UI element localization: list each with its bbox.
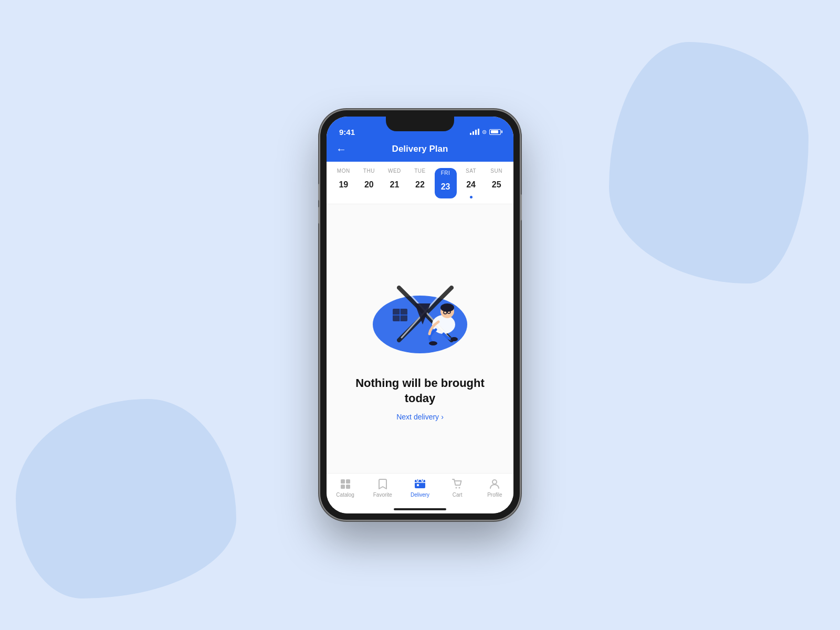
bg-decoration-blob-right [609,42,808,284]
signal-icon [470,129,479,135]
wifi-icon: ⊜ [482,129,487,135]
nav-item-catalog[interactable]: Catalog [331,478,360,498]
phone-screen: 9:41 ⊜ ← Delivery Plan MON [327,117,513,513]
svg-rect-18 [346,479,350,484]
power-button [520,194,522,220]
svg-rect-22 [417,479,418,481]
svg-rect-19 [341,485,345,489]
nav-item-profile[interactable]: Profile [480,478,509,498]
catalog-icon [339,478,352,490]
svg-rect-21 [415,480,425,488]
svg-point-26 [456,487,457,489]
calendar-day-sat[interactable]: SAT 24 [460,168,482,198]
header-title: Delivery Plan [392,144,448,154]
svg-point-8 [440,303,454,312]
calendar-day-sun[interactable]: SUN 25 [486,168,508,198]
next-delivery-link[interactable]: Next delivery › [396,413,444,421]
svg-point-12 [429,341,437,345]
profile-icon [488,478,501,490]
svg-point-13 [450,337,458,341]
svg-rect-23 [422,479,423,481]
status-time: 9:41 [339,128,355,136]
calendar-day-tue[interactable]: TUE 22 [409,168,431,198]
svg-point-28 [492,480,497,484]
calendar-day-wed[interactable]: WED 21 [383,168,405,198]
app-header: ← Delivery Plan [327,140,513,162]
svg-rect-20 [346,485,350,489]
empty-state-illustration [362,256,478,361]
nav-item-favorite[interactable]: Favorite [368,478,397,498]
nav-item-cart[interactable]: Cart [443,478,472,498]
cart-icon [451,478,464,490]
phone-device: 9:41 ⊜ ← Delivery Plan MON [320,110,520,520]
home-indicator [394,508,446,510]
volume-up-button [318,184,320,201]
svg-line-11 [447,312,447,312]
bottom-nav: Catalog Favorite [327,473,513,506]
svg-point-27 [459,487,460,489]
calendar-day-fri-active[interactable]: FRI 23 [435,168,457,198]
calendar-day-thu[interactable]: THU 20 [358,168,380,198]
favorite-icon [376,478,389,490]
bg-decoration-blob-left [16,399,236,598]
back-button[interactable]: ← [336,143,346,155]
calendar-strip: MON 19 THU 20 WED 21 TUE 22 FRI 23 SAT 2… [327,162,513,204]
svg-rect-17 [341,479,345,484]
phone-notch [386,117,454,131]
main-content: Nothing will be brought today Next deliv… [327,204,513,473]
svg-rect-25 [417,484,419,486]
nav-item-delivery[interactable]: Delivery [405,478,434,498]
volume-down-button [318,207,320,224]
delivery-icon [414,478,426,490]
calendar-dot-sat [470,196,472,198]
calendar-day-mon[interactable]: MON 19 [332,168,354,198]
empty-state-title: Nothing will be brought today [355,376,485,406]
status-icons: ⊜ [470,129,501,135]
battery-icon [489,129,501,135]
